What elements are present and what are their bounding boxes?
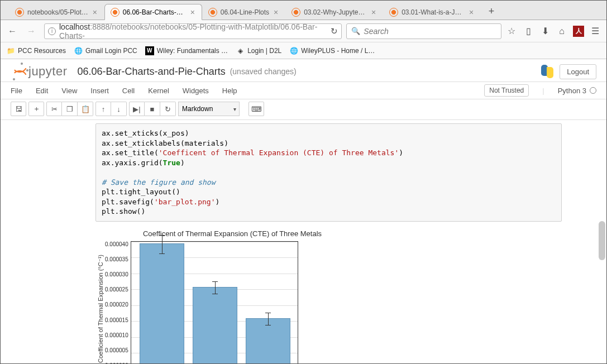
chart-plot-area <box>131 241 298 363</box>
tab-close-icon[interactable]: × <box>369 8 378 17</box>
jupyter-logo[interactable]: jupyter <box>11 64 68 79</box>
downloads-icon[interactable]: ⬇ <box>537 23 553 39</box>
jupyter-favicon <box>15 8 24 17</box>
tab-label: 03.02-Why-Jupyter… <box>304 8 367 16</box>
search-input[interactable] <box>364 27 496 36</box>
add-cell-button[interactable]: ＋ <box>28 102 44 116</box>
stop-button[interactable]: ■ <box>145 102 160 116</box>
d2l-icon: ◈ <box>236 46 245 55</box>
code-cell[interactable]: ax.set_xticks(x_pos) ax.set_xticklabels(… <box>95 123 562 222</box>
paste-button[interactable]: 📋 <box>78 102 93 116</box>
menu-insert[interactable]: Insert <box>90 87 109 95</box>
tab-close-icon[interactable]: × <box>467 8 476 17</box>
back-button[interactable]: ← <box>4 23 21 40</box>
page-content: jupyter 06.06-Bar-Charts-and-Pie-Charts … <box>1 59 606 363</box>
reload-icon[interactable]: ↻ <box>331 26 338 36</box>
new-tab-button[interactable]: + <box>484 4 499 18</box>
cell-type-select[interactable]: Markdown <box>178 102 240 116</box>
menu-edit[interactable]: Edit <box>36 87 48 95</box>
menu-kernel[interactable]: Kernel <box>148 87 169 95</box>
globe-icon: 🌐 <box>74 46 83 55</box>
notebook-area[interactable]: ax.set_xticks(x_pos) ax.set_xticklabels(… <box>1 123 606 363</box>
tab-label: 06.04-Line-Plots <box>221 8 269 16</box>
jupyter-favicon <box>291 8 300 17</box>
jupyter-toolbar: 🖫 ＋ ✂ ❐ 📋 ↑ ↓ ▶| ■ ↻ Markdown ⌨ <box>1 99 606 120</box>
scrollbar-thumb[interactable] <box>599 221 605 260</box>
menu-file[interactable]: File <box>11 87 22 95</box>
chart-yaxis: 0.0000400.0000350.0000300.0000250.000020… <box>105 241 131 363</box>
tab-close-icon[interactable]: × <box>188 8 197 17</box>
notebook-save-status: (unsaved changes) <box>230 67 297 76</box>
bookmark-star-icon[interactable]: ☆ <box>504 23 519 39</box>
trust-indicator[interactable]: Not Trusted <box>484 84 529 97</box>
wiley-icon: W <box>145 46 154 55</box>
home-icon[interactable]: ⌂ <box>554 23 570 39</box>
kernel-indicator[interactable]: Python 3 <box>558 87 596 95</box>
jupyter-favicon <box>208 8 217 17</box>
menu-icon[interactable]: ☰ <box>587 23 603 39</box>
python-logo-icon <box>541 65 554 78</box>
notebook-title[interactable]: 06.06-Bar-Charts-and-Pie-Charts <box>78 66 226 78</box>
bookmark-item[interactable]: WWiley: Fundamentals … <box>145 46 228 55</box>
menu-view[interactable]: View <box>61 87 77 95</box>
bookmarks-bar: 📁PCC Resources 🌐Gmail Login PCC WWiley: … <box>1 42 606 59</box>
forward-button[interactable]: → <box>23 23 40 40</box>
search-bar[interactable]: 🔍 <box>346 23 501 39</box>
search-icon: 🔍 <box>351 27 360 35</box>
tab-close-icon[interactable]: × <box>90 8 99 17</box>
globe-icon: 🌐 <box>289 46 298 55</box>
tab-label: 06.06-Bar-Charts-a… <box>123 8 186 16</box>
browser-tab-active[interactable]: 06.06-Bar-Charts-a… × <box>104 4 202 20</box>
output-chart: Coefficent of Thermal Expansion (CTE) of… <box>95 229 562 363</box>
pdf-addon-icon[interactable]: 人 <box>573 26 584 37</box>
menu-help[interactable]: Help <box>222 87 237 95</box>
jupyter-favicon <box>389 8 398 17</box>
library-icon[interactable]: ▯ <box>520 23 536 39</box>
folder-icon: 📁 <box>6 46 15 55</box>
url-text: localhost:8888/notebooks/notebooks/05-Pl… <box>59 22 331 40</box>
jupyter-favicon <box>111 8 120 17</box>
logout-button[interactable]: Logout <box>560 64 596 79</box>
menu-cell[interactable]: Cell <box>122 87 135 95</box>
cut-button[interactable]: ✂ <box>46 102 62 116</box>
run-button[interactable]: ▶| <box>129 102 145 116</box>
copy-button[interactable]: ❐ <box>62 102 78 116</box>
tab-close-icon[interactable]: × <box>271 8 280 17</box>
bookmark-item[interactable]: ◈Login | D2L <box>236 46 281 55</box>
site-info-icon[interactable]: i <box>48 27 56 35</box>
browser-tab[interactable]: 03.02-Why-Jupyter… × <box>285 4 383 20</box>
bookmark-item[interactable]: 📁PCC Resources <box>6 46 66 55</box>
save-button[interactable]: 🖫 <box>11 102 26 116</box>
browser-tab[interactable]: 06.04-Line-Plots × <box>202 4 285 20</box>
browser-tab[interactable]: notebooks/05-Plot… × <box>9 4 104 20</box>
browser-tab[interactable]: 03.01-What-is-a-Ju… × <box>383 4 481 20</box>
command-palette-button[interactable]: ⌨ <box>248 102 264 116</box>
menu-widgets[interactable]: Widgets <box>183 87 209 95</box>
jupyter-menu-bar: File Edit View Insert Cell Kernel Widget… <box>1 82 606 99</box>
move-down-button[interactable]: ↓ <box>111 102 127 116</box>
address-bar[interactable]: i localhost:8888/notebooks/notebooks/05-… <box>44 23 342 39</box>
restart-button[interactable]: ↻ <box>160 102 176 116</box>
bookmark-item[interactable]: 🌐Gmail Login PCC <box>74 46 137 55</box>
chart-title: Coefficent of Thermal Expansion (CTE) of… <box>129 229 336 238</box>
chart-ylabel: Coefficient of Thermal Expansion (°C⁻¹) <box>95 241 105 363</box>
tab-label: 03.01-What-is-a-Ju… <box>402 8 465 16</box>
jupyter-header: jupyter 06.06-Bar-Charts-and-Pie-Charts … <box>1 59 606 82</box>
tab-label: notebooks/05-Plot… <box>27 8 88 16</box>
tab-strip: notebooks/05-Plot… × 06.06-Bar-Charts-a…… <box>1 1 606 20</box>
move-up-button[interactable]: ↑ <box>95 102 111 116</box>
bookmark-item[interactable]: 🌐WileyPLUS - Home / L… <box>289 46 375 55</box>
nav-bar: ← → i localhost:8888/notebooks/notebooks… <box>1 20 606 42</box>
kernel-status-icon <box>590 87 596 94</box>
